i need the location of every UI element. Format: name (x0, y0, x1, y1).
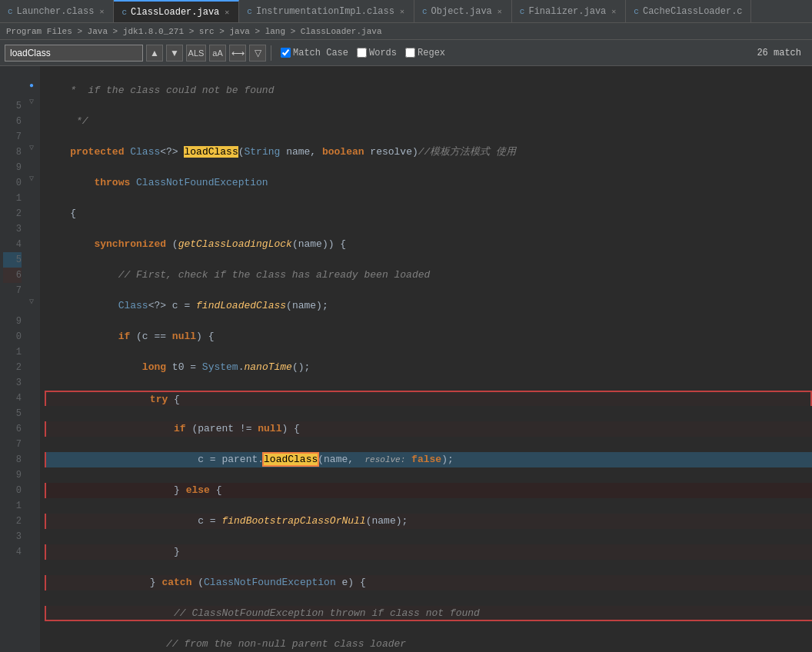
fold-icon-4[interactable]: ▽ (29, 297, 34, 306)
match-count: 26 match (757, 48, 807, 58)
path-bar: Program Files > Java > jdk1.8.0_271 > sr… (0, 23, 812, 40)
fold-icon-1[interactable]: ▽ (29, 97, 34, 106)
regex-checkbox[interactable] (405, 48, 415, 58)
find-filter-button[interactable]: ▽ (249, 45, 266, 62)
code-line: c = findBootstrapClassOrNull(name); (45, 514, 812, 529)
tab-close-instrumentation[interactable]: ✕ (398, 7, 406, 16)
tab-instrumentation[interactable]: c InstrumentationImpl.class ✕ (239, 0, 414, 22)
code-line: } else { (45, 483, 812, 498)
tab-close-classloader[interactable]: ✕ (223, 8, 231, 17)
tab-cacheclassloader[interactable]: c CacheClassLoader.c (626, 0, 750, 22)
tab-label-finalizer: Finalizer.java (528, 6, 606, 17)
code-line: long t0 = System.nanoTime(); (46, 360, 812, 375)
code-line: { (46, 206, 812, 221)
match-case-label[interactable]: Match Case (281, 48, 348, 58)
code-line: synchronized (getClassLoadingLock(name))… (46, 237, 812, 252)
tab-label-object: Object.java (431, 6, 492, 17)
code-line: try { (45, 391, 812, 406)
fold-icon-2[interactable]: ▽ (29, 143, 34, 152)
code-area: 5 6 7 8 9 0 1 2 3 4 5 6 7 9 0 1 2 3 4 5 … (0, 66, 812, 652)
tab-label-cacheclassloader: CacheClassLoader.c (643, 6, 743, 17)
words-label[interactable]: Words (357, 48, 397, 58)
tab-label-launcher: Launcher.class (17, 6, 95, 17)
code-line: } (45, 544, 812, 560)
match-case-checkbox[interactable] (281, 48, 291, 58)
words-checkbox[interactable] (357, 48, 367, 58)
tab-classloader[interactable]: c ClassLoader.java ✕ (114, 0, 239, 22)
tab-close-finalizer[interactable]: ✕ (610, 7, 617, 16)
code-line: */ (46, 114, 812, 129)
code-line: // First, check if the class has already… (46, 268, 812, 283)
line-numbers: 5 6 7 8 9 0 1 2 3 4 5 6 7 9 0 1 2 3 4 5 … (0, 66, 28, 652)
tab-icon-classloader: c (121, 8, 127, 17)
code-line: * if the class could not be found (46, 83, 812, 98)
code-line: // ClassNotFoundException thrown if clas… (45, 606, 812, 621)
tab-close-launcher[interactable]: ✕ (98, 7, 105, 16)
code-line: if (c == null) { (46, 329, 812, 344)
tab-bar: c Launcher.class ✕ c ClassLoader.java ✕ … (0, 0, 812, 23)
tab-label-classloader: ClassLoader.java (131, 7, 219, 18)
tab-object[interactable]: c Object.java ✕ (414, 0, 512, 22)
find-options: Match Case Words Regex (281, 48, 445, 58)
tab-icon-cacheclassloader: c (634, 7, 639, 16)
tab-icon-object: c (422, 7, 428, 16)
find-case-transform-button[interactable]: aA (209, 45, 226, 62)
find-input[interactable] (5, 45, 143, 62)
tab-finalizer[interactable]: c Finalizer.java ✕ (512, 0, 626, 22)
code-line: if (parent != null) { (45, 421, 812, 437)
regex-label[interactable]: Regex (405, 48, 445, 58)
find-whole-word-button[interactable]: ALS (186, 45, 206, 62)
find-next-button[interactable]: ▼ (166, 45, 183, 62)
code-line: c = parent.loadClass(name, resolve: fals… (45, 452, 812, 467)
code-line: } catch (ClassNotFoundException e) { (45, 575, 812, 590)
code-line: Class<?> c = findLoadedClass(name); (46, 298, 812, 314)
tab-icon-instrumentation: c (247, 7, 252, 16)
code-line: // from the non-null parent class loader (46, 637, 812, 652)
tab-icon-finalizer: c (520, 7, 525, 16)
find-prev-button[interactable]: ▲ (146, 45, 163, 62)
breakpoint-icon: ● (29, 82, 34, 90)
find-bar: ▲ ▼ ALS aA ⟷ ▽ Match Case Words Regex 26… (0, 40, 812, 66)
breadcrumb: Program Files > Java > jdk1.8.0_271 > sr… (6, 27, 381, 36)
code-content[interactable]: * if the class could not be found */ pro… (40, 66, 812, 652)
find-separator (271, 45, 271, 61)
code-line: throws ClassNotFoundException (46, 175, 812, 191)
tab-launcher[interactable]: c Launcher.class ✕ (0, 0, 114, 22)
tab-close-object[interactable]: ✕ (496, 7, 504, 16)
tab-icon-launcher: c (8, 7, 13, 16)
find-extra-button[interactable]: ⟷ (229, 45, 246, 62)
gutter: ▽ ▽ ▽ ▽ ● (28, 66, 40, 652)
fold-icon-3[interactable]: ▽ (29, 174, 34, 183)
code-line: protected Class<?> loadClass(String name… (46, 145, 812, 160)
tab-label-instrumentation: InstrumentationImpl.class (256, 6, 394, 17)
